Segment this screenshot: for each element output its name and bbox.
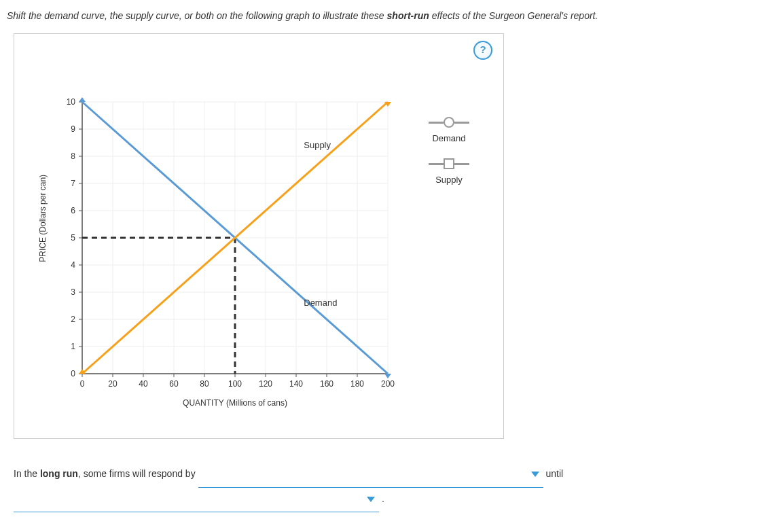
y-tick: 0 xyxy=(55,369,75,378)
y-tick: 2 xyxy=(55,315,75,324)
legend-supply-label: Supply xyxy=(429,175,469,185)
y-axis-label: PRICE (Dollars per can) xyxy=(38,175,48,262)
y-tick: 1 xyxy=(55,342,75,351)
y-tick: 3 xyxy=(55,287,75,297)
help-icon[interactable]: ? xyxy=(473,41,492,60)
x-tick: 40 xyxy=(133,379,154,389)
supply-curve-label: Supply xyxy=(304,140,331,150)
x-tick: 60 xyxy=(164,379,184,389)
x-tick: 20 xyxy=(103,379,123,389)
y-tick: 6 xyxy=(55,206,75,215)
y-tick: 8 xyxy=(55,152,75,161)
legend-demand-label: Demand xyxy=(429,133,469,143)
x-axis-label: QUANTITY (Millions of cans) xyxy=(82,398,388,408)
instruction-text: Shift the demand curve, the supply curve… xyxy=(7,10,751,21)
y-tick: 7 xyxy=(55,179,75,188)
y-tick: 10 xyxy=(55,97,75,107)
x-tick: 100 xyxy=(225,379,245,389)
x-tick: 140 xyxy=(286,379,306,389)
dropdown-response[interactable] xyxy=(198,463,543,488)
chevron-down-icon xyxy=(531,472,539,477)
legend-demand-handle[interactable]: Demand xyxy=(429,116,469,143)
svg-marker-49 xyxy=(384,374,391,378)
x-tick: 200 xyxy=(378,379,398,389)
legend: Demand Supply xyxy=(429,116,469,198)
x-tick: 160 xyxy=(317,379,337,389)
demand-curve-label: Demand xyxy=(304,298,337,308)
square-icon xyxy=(444,158,454,169)
svg-marker-48 xyxy=(79,97,86,102)
x-tick: 0 xyxy=(72,379,92,389)
dropdown-until[interactable] xyxy=(14,488,379,513)
x-tick: 180 xyxy=(347,379,367,389)
legend-supply-handle[interactable]: Supply xyxy=(429,157,469,185)
y-tick: 5 xyxy=(55,233,75,243)
x-tick: 80 xyxy=(194,379,215,389)
chart-panel: ? SupplyDemand PRICE (Dollars per can) Q… xyxy=(14,33,504,439)
chevron-down-icon xyxy=(367,497,375,502)
circle-icon xyxy=(444,117,454,128)
y-tick: 4 xyxy=(55,260,75,270)
chart-area[interactable]: SupplyDemand PRICE (Dollars per can) QUA… xyxy=(35,102,497,421)
fill-in-sentence: In the long run, some firms will respond… xyxy=(14,463,734,512)
x-tick: 120 xyxy=(255,379,276,389)
y-tick: 9 xyxy=(55,124,75,134)
